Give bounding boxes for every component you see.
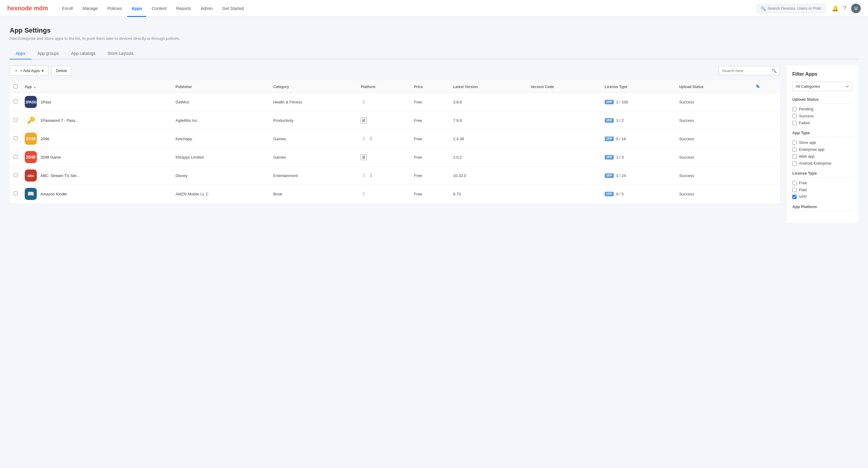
table-row: 🔑 1Password 7 - Pass... AgileBits Inc. P… [10,111,780,130]
tab-app-catalogs[interactable]: App catalogs [65,48,102,59]
table-row: 2048 2048 Game Kfirapps Limited Games 🖥 … [10,148,780,166]
row-action-cell [752,130,780,148]
row-checkbox-5[interactable] [13,173,18,177]
failed-label: Failed [799,121,809,125]
table-row: abc ABC: Stream TV Ser... Disney Enterta… [10,166,780,185]
category-cell: Productivity [270,111,357,130]
nav-search-input[interactable] [768,6,822,10]
search-box: 🔍 [719,66,780,75]
web-app-checkbox[interactable] [792,154,797,159]
monitor-icon: 🖥 [361,154,367,160]
row-checkbox-1[interactable] [13,99,18,103]
publisher-cell: AMZN Mobile LL C [172,185,270,203]
nav-content[interactable]: Content [148,0,171,17]
logo[interactable]: hexnode mdm [7,5,48,12]
search-input[interactable] [722,68,770,73]
tab-app-groups[interactable]: App groups [31,48,65,59]
app-name-cell: 📖 Amazon Kindle [21,185,172,203]
tab-store-layouts[interactable]: Store Layouts [101,48,140,59]
apple-icon:  [361,99,367,105]
vpp-checkbox[interactable] [792,195,797,199]
upload-status-value: Success [679,192,694,196]
row-action-cell [752,166,780,185]
row-checkbox-6[interactable] [13,191,18,195]
row-checkbox-4[interactable] [13,155,18,159]
app-name: 2048 [40,136,49,141]
table-row: 2048 2048 Ketchapp Games  Free 2.4.38 … [10,130,780,148]
paid-checkbox[interactable] [792,188,797,192]
license-count: 1 / 3 [616,155,624,159]
app-name-cell: 2048 2048 [21,130,172,148]
dropdown-icon: ▾ [42,68,44,73]
add-apps-button[interactable]: ＋ + Add Apps ▾ [10,65,48,76]
license-count: 1 / 100 [616,100,628,104]
license-type-cell: VPP 0 / 5 [601,185,676,203]
nav-get-started[interactable]: Get Started [218,0,248,17]
nav-admin[interactable]: Admin [196,0,217,17]
enterprise-app-label: Enterprise app [799,147,825,152]
upload-status-cell: Success [676,111,752,130]
row-checkbox-3[interactable] [13,136,18,140]
nav-reports[interactable]: Reports [172,0,195,17]
latest-version-cell: 6.73 [450,185,527,203]
apple-filled-icon:  [368,173,374,179]
edit-columns-icon[interactable]: ✎ [756,84,760,89]
nav-enroll[interactable]: Enroll [58,0,77,17]
android-enterprise-checkbox[interactable] [792,161,797,165]
row-checkbox-2[interactable] [13,118,18,122]
free-checkbox[interactable] [792,181,797,185]
col-upload-status: Upload Status [676,81,752,93]
page-subtitle: Add Enterprise and Store apps to the lis… [10,36,858,41]
upload-status-value: Success [679,174,694,178]
price-cell: Free [410,166,450,185]
app-name: ABC: Stream TV Ser... [40,174,80,178]
nav-policies[interactable]: Policies [103,0,126,17]
upload-status-value: Success [679,118,694,123]
latest-version-cell: 10.32.0 [450,166,527,185]
free-label: Free [799,181,807,185]
vpp-label: VPP [799,194,807,199]
plus-icon: ＋ [14,68,18,73]
pending-checkbox[interactable] [792,107,797,111]
pending-label: Pending [799,107,813,111]
nav-search-box: 🔍 [757,4,826,13]
row-checkbox-cell [10,111,22,130]
category-cell: Health & Fitness [270,93,357,111]
filter-title: Filter Apps [792,71,852,77]
category-cell: Games [270,130,357,148]
filter-pending: Pending [792,107,852,111]
vpp-badge: VPP [605,192,614,196]
tab-apps[interactable]: Apps [10,48,31,59]
upload-status-cell: Success [676,166,752,185]
filter-enterprise-app: Enterprise app [792,147,852,152]
filter-app-platform-title: App Platform [792,205,852,211]
store-app-checkbox[interactable] [792,141,797,145]
filter-app-type: App Type Store app Enterprise app Web ap… [792,131,852,165]
latest-version-cell: 2.4.38 [450,130,527,148]
top-nav: hexnode mdm Enroll Manage Policies Apps … [0,0,868,17]
price-cell: Free [410,185,450,203]
help-icon[interactable]: ? [843,5,846,11]
nav-apps[interactable]: Apps [127,0,146,17]
enterprise-app-checkbox[interactable] [792,148,797,152]
row-checkbox-cell [10,148,22,166]
failed-checkbox[interactable] [792,121,797,125]
upload-status-cell: Success [676,93,752,111]
row-checkbox-cell [10,166,22,185]
select-all-checkbox[interactable] [13,85,18,88]
success-checkbox[interactable] [792,114,797,118]
upload-status-cell: Success [676,148,752,166]
avatar[interactable]: U [851,4,861,13]
apple-icon:  [361,173,367,179]
filter-failed: Failed [792,121,852,125]
bell-icon[interactable]: 🔔 [832,5,838,12]
delete-button[interactable]: Delete [51,66,72,75]
nav-manage[interactable]: Manage [78,0,102,17]
category-select[interactable]: All Categories Health & Fitness Producti… [792,82,852,91]
filter-license-type: License Type Free Paid VPP [792,171,852,199]
version-code-cell [527,93,601,111]
col-platform: Platform [357,81,410,93]
search-icon: 🔍 [772,68,777,73]
row-action-cell [752,111,780,130]
vpp-badge: VPP [605,174,614,178]
